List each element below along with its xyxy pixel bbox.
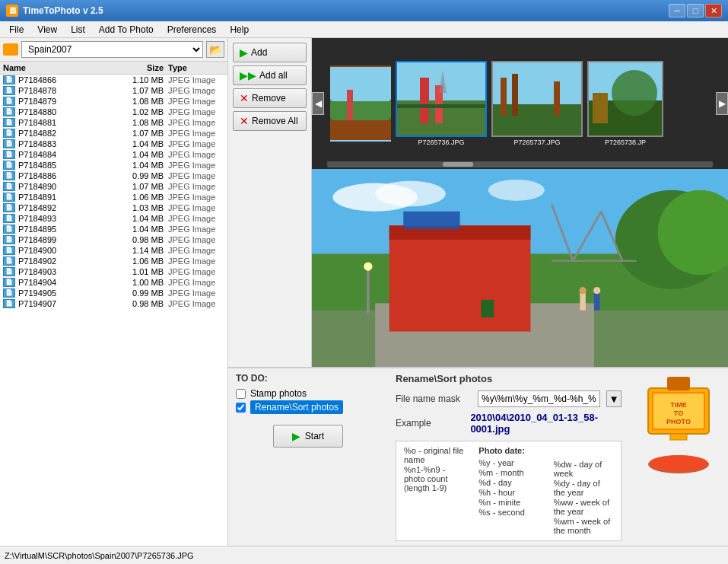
file-row[interactable]: 📄 P7194907 0.98 MB JPEG Image — [0, 298, 227, 309]
file-type: JPEG Image — [164, 118, 224, 127]
stamp-checkbox[interactable] — [236, 389, 246, 399]
thumbnails-strip[interactable]: ◀ — [312, 38, 728, 169]
file-icon: 📄 — [3, 86, 15, 95]
file-row[interactable]: 📄 P7184885 1.04 MB JPEG Image — [0, 160, 227, 170]
file-row[interactable]: 📄 P7184881 1.08 MB JPEG Image — [0, 117, 227, 128]
svg-point-51 — [650, 455, 707, 470]
svg-rect-12 — [501, 78, 507, 116]
menu-list[interactable]: List — [65, 23, 91, 37]
folder-select[interactable]: Spain2007 — [21, 41, 203, 58]
menu-view[interactable]: View — [31, 23, 63, 37]
file-row[interactable]: 📄 P7184899 0.98 MB JPEG Image — [0, 234, 227, 245]
folder-browse-button[interactable]: 📂 — [206, 41, 224, 58]
add-all-button[interactable]: ▶▶ Add all — [233, 65, 307, 85]
file-row[interactable]: 📄 P7184903 1.01 MB JPEG Image — [0, 266, 227, 277]
legend-col-left: %o - original file name %n1-%n9 - photo … — [404, 446, 463, 536]
thumbnail-3[interactable]: P7265738.JP — [587, 61, 663, 146]
legend-ww: %ww - week of the year — [554, 498, 613, 516]
col-name-header: Name — [3, 63, 114, 72]
maximize-button[interactable]: □ — [687, 4, 704, 18]
main-container: Spain2007 📂 Name Size Type 📄 P7184866 1.… — [0, 38, 728, 546]
thumbnail-scrollbar-thumb[interactable] — [443, 162, 473, 167]
file-size: 1.03 MB — [114, 203, 164, 212]
file-type: JPEG Image — [164, 246, 224, 255]
file-row[interactable]: 📄 P7184890 1.07 MB JPEG Image — [0, 181, 227, 192]
remove-all-button[interactable]: ✕ Remove All — [233, 111, 307, 131]
stamp-label[interactable]: Stamp photos — [250, 388, 307, 399]
file-row[interactable]: 📄 P7184904 1.00 MB JPEG Image — [0, 277, 227, 288]
legend-col-photo-date: Photo date: %y - year %m - month %d - da… — [478, 446, 538, 536]
add-button[interactable]: ▶ Add — [233, 43, 307, 62]
file-row[interactable]: 📄 P7184883 1.04 MB JPEG Image — [0, 139, 227, 149]
example-value: 2010\04\2010_04_01-13_58-0001.jpg — [470, 412, 622, 435]
legend-h: %h - hour — [478, 488, 538, 497]
file-row[interactable]: 📄 P7184886 0.99 MB JPEG Image — [0, 170, 227, 181]
file-row[interactable]: 📄 P7194905 0.99 MB JPEG Image — [0, 288, 227, 298]
file-row[interactable]: 📄 P7184892 1.03 MB JPEG Image — [0, 202, 227, 213]
stamp-checkbox-item[interactable]: Stamp photos — [236, 388, 380, 399]
menu-preferences[interactable]: Preferences — [161, 23, 223, 37]
svg-point-41 — [364, 263, 372, 271]
file-row[interactable]: 📄 P7184879 1.08 MB JPEG Image — [0, 96, 227, 107]
thumb-scroll-left[interactable]: ◀ — [312, 92, 324, 115]
file-icon: 📄 — [3, 246, 15, 255]
file-row[interactable]: 📄 P7184895 1.04 MB JPEG Image — [0, 224, 227, 234]
svg-rect-28 — [389, 225, 531, 331]
file-list[interactable]: 📄 P7184866 1.10 MB JPEG Image 📄 P7184878… — [0, 75, 227, 546]
file-row[interactable]: 📄 P7184866 1.10 MB JPEG Image — [0, 75, 227, 85]
stamp-decoration-area: TIME TO PHOTO — [637, 373, 720, 541]
file-type: JPEG Image — [164, 75, 224, 84]
menu-help[interactable]: Help — [224, 23, 255, 37]
close-button[interactable]: ✕ — [705, 4, 722, 18]
file-row[interactable]: 📄 P7184878 1.07 MB JPEG Image — [0, 85, 227, 96]
file-row[interactable]: 📄 P7184893 1.04 MB JPEG Image — [0, 213, 227, 224]
thumbnail-1[interactable]: P7265736.JPG — [396, 61, 487, 146]
svg-rect-6 — [420, 78, 429, 123]
svg-rect-35 — [580, 293, 585, 311]
svg-text:PHOTO: PHOTO — [666, 418, 691, 425]
file-type: JPEG Image — [164, 150, 224, 159]
mask-dropdown-button[interactable]: ▼ — [606, 390, 622, 407]
file-size: 1.04 MB — [114, 139, 164, 148]
mask-input[interactable] — [478, 390, 600, 407]
file-row[interactable]: 📄 P7184884 1.04 MB JPEG Image — [0, 149, 227, 160]
menu-add-to-photo[interactable]: Add To Photo — [93, 23, 160, 37]
file-size: 0.98 MB — [114, 299, 164, 308]
file-icon: 📄 — [3, 203, 15, 212]
legend-o: %o - original file name — [404, 446, 463, 464]
file-icon: 📄 — [3, 182, 15, 191]
rename-checkbox-item[interactable]: Rename\Sort photos — [236, 402, 380, 413]
file-row[interactable]: 📄 P7184900 1.14 MB JPEG Image — [0, 245, 227, 256]
file-name: P7184878 — [18, 86, 114, 95]
start-button[interactable]: ▶ Start — [273, 425, 343, 448]
svg-point-21 — [375, 181, 446, 206]
file-row[interactable]: 📄 P7184902 1.06 MB JPEG Image — [0, 256, 227, 266]
file-row[interactable]: 📄 P7184882 1.07 MB JPEG Image — [0, 128, 227, 139]
menu-file[interactable]: File — [3, 23, 30, 37]
file-name: P7184893 — [18, 214, 114, 223]
rename-label[interactable]: Rename\Sort photos — [250, 402, 343, 413]
title-bar: 🖼 TimeToPhoto v 2.5 ─ □ ✕ — [0, 0, 728, 21]
file-type: JPEG Image — [164, 161, 224, 170]
file-row[interactable]: 📄 P7184880 1.02 MB JPEG Image — [0, 107, 227, 117]
thumbnail-2[interactable]: P7265737.JPG — [491, 61, 583, 146]
file-size: 1.04 MB — [114, 225, 164, 234]
menu-bar: File View List Add To Photo Preferences … — [0, 21, 728, 38]
file-icon: 📄 — [3, 107, 15, 116]
file-size: 1.04 MB — [114, 161, 164, 170]
legend-wm: %wm - week of the month — [554, 517, 613, 535]
file-icon: 📄 — [3, 150, 15, 159]
remove-button[interactable]: ✕ Remove — [233, 88, 307, 108]
thumbnail-scrollbar[interactable] — [327, 161, 713, 167]
thumb-scroll-right[interactable]: ▶ — [716, 92, 728, 115]
svg-text:TO: TO — [674, 409, 683, 417]
thumbnail-0[interactable] — [330, 65, 391, 142]
svg-rect-0 — [332, 67, 391, 101]
file-icon: 📄 — [3, 278, 15, 287]
file-row[interactable]: 📄 P7184891 1.06 MB JPEG Image — [0, 192, 227, 202]
rename-checkbox[interactable] — [236, 403, 246, 413]
minimize-button[interactable]: ─ — [669, 4, 685, 18]
legend-dy: %dy - day of the year — [554, 479, 613, 497]
folder-icon — [3, 43, 18, 56]
rename-section-title: Rename\Sort photos — [396, 373, 622, 384]
